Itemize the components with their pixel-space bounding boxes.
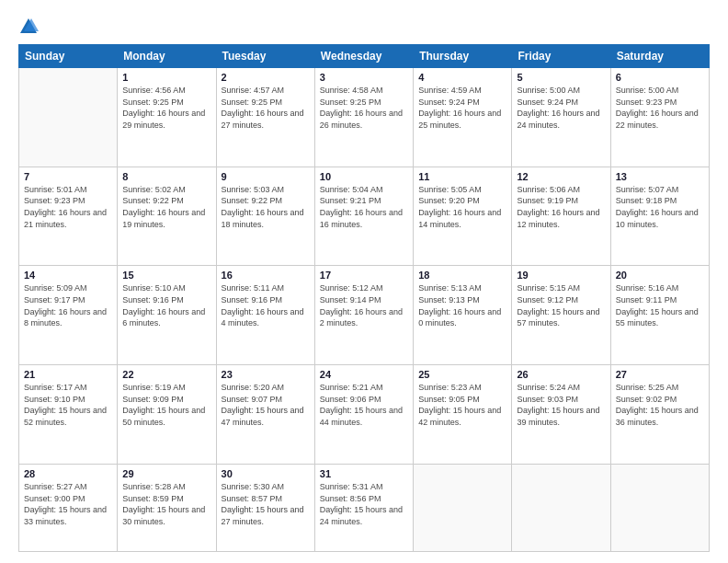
day-number: 10 [320,171,408,182]
day-info: Sunrise: 5:10 AMSunset: 9:16 PMDaylight:… [122,282,210,328]
calendar-cell: 27Sunrise: 5:25 AMSunset: 9:02 PMDayligh… [610,365,709,465]
calendar-cell: 8Sunrise: 5:02 AMSunset: 9:22 PMDaylight… [118,167,216,266]
day-info: Sunrise: 5:30 AMSunset: 8:57 PMDaylight:… [222,481,310,527]
calendar-table: SundayMondayTuesdayWednesdayThursdayFrid… [18,44,710,552]
calendar-cell: 3Sunrise: 4:58 AMSunset: 9:25 PMDaylight… [314,68,413,167]
calendar-cell: 31Sunrise: 5:31 AMSunset: 8:56 PMDayligh… [314,464,413,551]
day-number: 25 [418,369,506,380]
day-number: 6 [616,72,704,83]
day-number: 29 [122,468,210,479]
day-info: Sunrise: 4:58 AMSunset: 9:25 PMDaylight:… [320,85,408,131]
day-number: 5 [517,72,605,83]
week-row-1: 1Sunrise: 4:56 AMSunset: 9:25 PMDaylight… [19,68,710,167]
day-info: Sunrise: 5:00 AMSunset: 9:24 PMDaylight:… [517,85,605,131]
calendar-cell: 21Sunrise: 5:17 AMSunset: 9:10 PMDayligh… [19,365,118,465]
day-info: Sunrise: 5:17 AMSunset: 9:10 PMDaylight:… [24,382,112,428]
week-row-4: 21Sunrise: 5:17 AMSunset: 9:10 PMDayligh… [19,365,710,465]
day-info: Sunrise: 4:57 AMSunset: 9:25 PMDaylight:… [222,85,310,131]
day-number: 16 [222,270,310,281]
weekday-header-thursday: Thursday [414,45,512,68]
calendar-cell: 11Sunrise: 5:05 AMSunset: 9:20 PMDayligh… [414,167,512,266]
calendar-cell: 19Sunrise: 5:15 AMSunset: 9:12 PMDayligh… [512,266,610,365]
calendar-cell: 9Sunrise: 5:03 AMSunset: 9:22 PMDaylight… [216,167,314,266]
day-info: Sunrise: 5:13 AMSunset: 9:13 PMDaylight:… [418,282,506,328]
day-number: 13 [616,171,704,182]
day-info: Sunrise: 5:03 AMSunset: 9:22 PMDaylight:… [222,184,310,230]
day-info: Sunrise: 5:11 AMSunset: 9:16 PMDaylight:… [222,282,310,328]
day-number: 17 [320,270,408,281]
day-info: Sunrise: 5:04 AMSunset: 9:21 PMDaylight:… [320,184,408,230]
day-info: Sunrise: 5:28 AMSunset: 8:59 PMDaylight:… [122,481,210,527]
calendar-cell: 16Sunrise: 5:11 AMSunset: 9:16 PMDayligh… [216,266,314,365]
day-info: Sunrise: 5:24 AMSunset: 9:03 PMDaylight:… [517,382,605,428]
day-number: 30 [222,468,310,479]
day-number: 31 [320,468,408,479]
day-info: Sunrise: 5:27 AMSunset: 9:00 PMDaylight:… [24,481,112,527]
day-number: 20 [616,270,704,281]
weekday-header-monday: Monday [118,45,216,68]
calendar-cell: 2Sunrise: 4:57 AMSunset: 9:25 PMDaylight… [216,68,314,167]
day-info: Sunrise: 5:01 AMSunset: 9:23 PMDaylight:… [24,184,112,230]
day-number: 1 [122,72,210,83]
calendar-cell: 18Sunrise: 5:13 AMSunset: 9:13 PMDayligh… [414,266,512,365]
day-number: 15 [122,270,210,281]
calendar-cell: 30Sunrise: 5:30 AMSunset: 8:57 PMDayligh… [216,464,314,551]
calendar-cell: 22Sunrise: 5:19 AMSunset: 9:09 PMDayligh… [118,365,216,465]
week-row-3: 14Sunrise: 5:09 AMSunset: 9:17 PMDayligh… [19,266,710,365]
day-info: Sunrise: 5:05 AMSunset: 9:20 PMDaylight:… [418,184,506,230]
calendar-cell [414,464,512,551]
day-number: 27 [616,369,704,380]
day-info: Sunrise: 5:19 AMSunset: 9:09 PMDaylight:… [122,382,210,428]
day-number: 7 [24,171,112,182]
weekday-header-sunday: Sunday [19,45,118,68]
day-number: 9 [222,171,310,182]
page: SundayMondayTuesdayWednesdayThursdayFrid… [0,0,728,563]
calendar-cell: 28Sunrise: 5:27 AMSunset: 9:00 PMDayligh… [19,464,118,551]
logo [18,17,42,37]
calendar-cell: 12Sunrise: 5:06 AMSunset: 9:19 PMDayligh… [512,167,610,266]
weekday-header-row: SundayMondayTuesdayWednesdayThursdayFrid… [19,45,710,68]
calendar-cell: 15Sunrise: 5:10 AMSunset: 9:16 PMDayligh… [118,266,216,365]
header [18,17,710,37]
calendar-cell: 29Sunrise: 5:28 AMSunset: 8:59 PMDayligh… [118,464,216,551]
day-info: Sunrise: 5:09 AMSunset: 9:17 PMDaylight:… [24,282,112,328]
day-info: Sunrise: 5:00 AMSunset: 9:23 PMDaylight:… [616,85,704,131]
day-info: Sunrise: 5:07 AMSunset: 9:18 PMDaylight:… [616,184,704,230]
day-info: Sunrise: 5:06 AMSunset: 9:19 PMDaylight:… [517,184,605,230]
calendar-cell [19,68,118,167]
calendar-cell: 6Sunrise: 5:00 AMSunset: 9:23 PMDaylight… [610,68,709,167]
calendar-cell: 10Sunrise: 5:04 AMSunset: 9:21 PMDayligh… [314,167,413,266]
weekday-header-wednesday: Wednesday [314,45,413,68]
calendar-cell: 14Sunrise: 5:09 AMSunset: 9:17 PMDayligh… [19,266,118,365]
day-number: 26 [517,369,605,380]
logo-icon [18,17,39,37]
weekday-header-friday: Friday [512,45,610,68]
week-row-2: 7Sunrise: 5:01 AMSunset: 9:23 PMDaylight… [19,167,710,266]
day-number: 11 [418,171,506,182]
day-number: 22 [122,369,210,380]
day-number: 3 [320,72,408,83]
day-info: Sunrise: 5:12 AMSunset: 9:14 PMDaylight:… [320,282,408,328]
calendar-cell: 24Sunrise: 5:21 AMSunset: 9:06 PMDayligh… [314,365,413,465]
day-info: Sunrise: 5:16 AMSunset: 9:11 PMDaylight:… [616,282,704,328]
day-number: 12 [517,171,605,182]
day-info: Sunrise: 5:02 AMSunset: 9:22 PMDaylight:… [122,184,210,230]
calendar-cell: 25Sunrise: 5:23 AMSunset: 9:05 PMDayligh… [414,365,512,465]
calendar-cell: 4Sunrise: 4:59 AMSunset: 9:24 PMDaylight… [414,68,512,167]
weekday-header-saturday: Saturday [610,45,709,68]
day-number: 14 [24,270,112,281]
calendar-cell: 1Sunrise: 4:56 AMSunset: 9:25 PMDaylight… [118,68,216,167]
weekday-header-tuesday: Tuesday [216,45,314,68]
day-info: Sunrise: 5:23 AMSunset: 9:05 PMDaylight:… [418,382,506,428]
day-number: 23 [222,369,310,380]
calendar-cell: 5Sunrise: 5:00 AMSunset: 9:24 PMDaylight… [512,68,610,167]
day-number: 21 [24,369,112,380]
day-number: 4 [418,72,506,83]
day-info: Sunrise: 4:56 AMSunset: 9:25 PMDaylight:… [122,85,210,131]
day-number: 19 [517,270,605,281]
calendar-cell: 26Sunrise: 5:24 AMSunset: 9:03 PMDayligh… [512,365,610,465]
day-number: 18 [418,270,506,281]
day-info: Sunrise: 5:25 AMSunset: 9:02 PMDaylight:… [616,382,704,428]
day-info: Sunrise: 5:21 AMSunset: 9:06 PMDaylight:… [320,382,408,428]
calendar-cell: 7Sunrise: 5:01 AMSunset: 9:23 PMDaylight… [19,167,118,266]
